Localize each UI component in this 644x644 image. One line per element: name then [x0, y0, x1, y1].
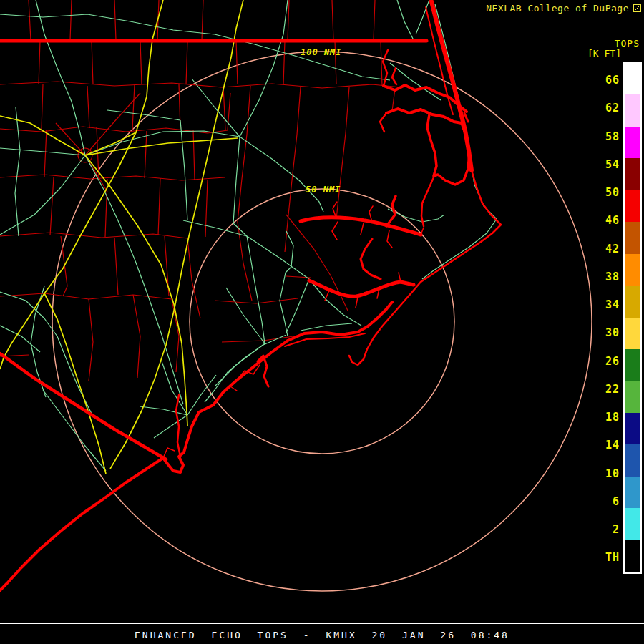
product-caption: ENHANCED ECHO TOPS - KMHX 20 JAN 26 08:4…: [0, 630, 644, 640]
color-scale-band: [625, 63, 640, 94]
color-scale-band: [625, 349, 640, 381]
legend-tick-label: 6: [613, 495, 620, 508]
southwest-coast-cape-fear: [0, 341, 288, 590]
range-ring-label-50nmi: 50 NMI: [306, 185, 341, 195]
neuse-creeks: [325, 273, 401, 308]
pamlico-river: [301, 218, 421, 235]
color-scale-band: [625, 127, 640, 158]
legend-tick-label: 38: [605, 270, 620, 283]
brand-text: NEXLAB-College of DuPage: [486, 3, 629, 14]
legend-tick-label: 14: [605, 439, 620, 452]
legend-units-label: [K FT]: [587, 48, 621, 59]
legend-tick-label: 10: [605, 467, 620, 480]
alligator-river-peninsula: [427, 114, 469, 185]
range-ring-label-100nmi: 100 NMI: [301, 47, 342, 57]
albemarle-south-shore: [386, 109, 462, 123]
cod-logo-icon: [633, 4, 641, 12]
color-scale-band: [625, 190, 640, 222]
bay-river-peninsula: [361, 239, 381, 279]
range-rings: [52, 52, 592, 591]
color-scale-band: [625, 318, 640, 349]
brand-header: NEXLAB-College of DuPage: [486, 3, 641, 14]
range-ring-50nmi: [190, 189, 454, 454]
radar-display: NEXLAB-College of DuPage TOPS [K FT] 100…: [0, 0, 644, 644]
pamlico-sound-west-shore: [421, 177, 434, 226]
legend-tick-label: 18: [605, 411, 620, 424]
radar-map: [0, 0, 644, 644]
color-scale-band: [625, 254, 640, 286]
legend-tick-label: 34: [605, 298, 620, 311]
cape-hatteras-banks: [421, 170, 501, 282]
interstate-highways: [0, 0, 243, 474]
color-scale-band: [625, 286, 640, 317]
color-scale-band: [625, 222, 640, 253]
range-ring-100nmi: [52, 52, 592, 591]
cape-fear-river: [176, 395, 180, 457]
legend-tick-label: 2: [613, 523, 620, 536]
color-scale-band: [625, 158, 640, 190]
legend-tick-label: 54: [605, 158, 620, 171]
legend-tick-label: 58: [605, 130, 620, 143]
legend-title: TOPS: [615, 38, 640, 49]
legend-tick-label: 66: [605, 74, 620, 87]
color-scale-band-threshold: [625, 540, 640, 572]
color-scale-band: [625, 381, 640, 413]
color-scale-band: [625, 413, 640, 444]
neuse-river: [309, 280, 414, 296]
legend-tick-label: 30: [605, 326, 620, 339]
roanoke-island: [464, 113, 468, 122]
legend-tick-label: 42: [605, 243, 620, 255]
pungo-river: [386, 196, 396, 226]
outer-banks-north: [431, 1, 472, 170]
footer-divider: [0, 623, 644, 624]
legend-tick-label: 50: [605, 186, 620, 199]
color-scale-band: [625, 94, 640, 126]
color-scale-bar: [623, 62, 642, 574]
legend-tick-label: 46: [605, 214, 620, 227]
legend-tick-label: 26: [605, 355, 620, 368]
color-scale-band: [625, 444, 640, 476]
legend-tick-label: 62: [605, 102, 620, 114]
legend-threshold-label: TH: [605, 551, 620, 564]
color-scale-band: [625, 477, 640, 508]
legend-tick-label: 22: [605, 383, 620, 396]
color-scale-band: [625, 508, 640, 540]
